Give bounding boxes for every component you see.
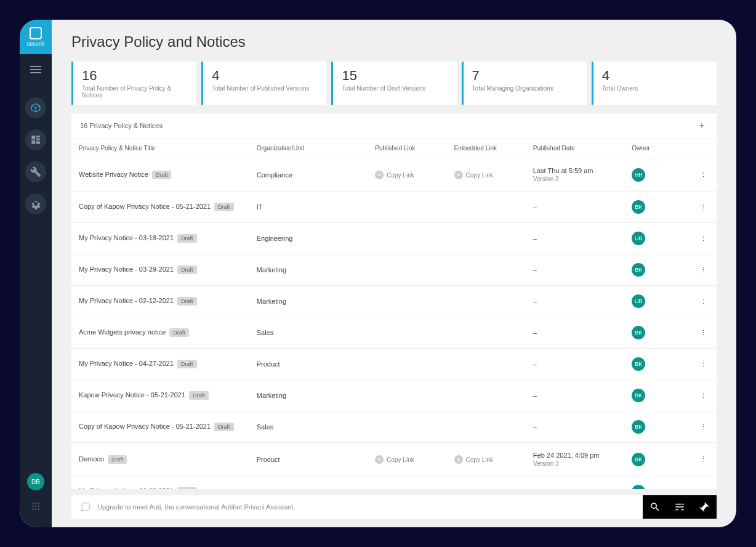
row-actions-menu[interactable]: ⋮ bbox=[690, 476, 717, 490]
table-row[interactable]: Website Privacy NoticeDraftCompliance⊘Co… bbox=[71, 158, 717, 192]
org-cell: Marketing bbox=[249, 380, 368, 411]
search-button[interactable] bbox=[643, 495, 667, 519]
policy-title: My Privacy Notice - 02-12-2021 bbox=[79, 297, 174, 304]
nav-item-dashboard[interactable] bbox=[25, 97, 46, 118]
stat-value: 4 bbox=[602, 68, 708, 84]
table-row[interactable]: My Privacy Notice - 04-27-2021DraftProdu… bbox=[71, 349, 717, 380]
page-title: Privacy Policy and Notices bbox=[71, 33, 717, 51]
table-row[interactable]: My Privacy Notice - 03-18-2021DraftEngin… bbox=[71, 223, 717, 254]
owner-avatar[interactable]: BK bbox=[632, 200, 645, 214]
policy-title: Kapow Privacy Notice - 05-21-2021 bbox=[79, 391, 185, 399]
stat-card[interactable]: 4Total Number of Published Versions bbox=[201, 62, 326, 105]
table-row[interactable]: Acme Widgets privacy noticeDraftSales–BK… bbox=[71, 317, 717, 349]
cube-icon bbox=[30, 102, 41, 113]
policies-table-container: 16 Privacy Policy & Notices + Privacy Po… bbox=[71, 113, 717, 489]
nav-item-tools[interactable] bbox=[25, 161, 46, 182]
owner-avatar[interactable]: BK bbox=[632, 389, 645, 402]
table-row[interactable]: Copy of Kapow Privacy Notice - 05-21-202… bbox=[71, 192, 717, 223]
brand-name: securiti bbox=[27, 41, 45, 47]
org-cell: Marketing bbox=[249, 254, 368, 286]
policy-title: Copy of Kapow Privacy Notice - 05-21-202… bbox=[79, 203, 211, 210]
add-policy-button[interactable]: + bbox=[696, 120, 708, 132]
org-cell: IT bbox=[249, 192, 368, 223]
stat-card[interactable]: 16Total Number of Privacy Policy & Notic… bbox=[71, 62, 196, 105]
draft-badge: Draft bbox=[177, 360, 197, 368]
draft-badge: Draft bbox=[214, 423, 234, 431]
svg-point-0 bbox=[32, 503, 34, 504]
copy-link-button[interactable]: ⊘Copy Link bbox=[375, 171, 414, 179]
table-row[interactable]: My Privacy Notice - 02-12-2021DraftMarke… bbox=[71, 286, 717, 317]
hammer-icon bbox=[699, 501, 710, 513]
gear-icon bbox=[30, 198, 41, 209]
row-actions-menu[interactable]: ⋮ bbox=[690, 223, 717, 254]
org-cell: Compliance bbox=[249, 158, 368, 192]
table-title: 16 Privacy Policy & Notices bbox=[80, 122, 163, 129]
svg-point-1 bbox=[35, 503, 37, 504]
sliders-icon bbox=[674, 501, 685, 513]
col-header-embedded-link[interactable]: Embedded Link bbox=[447, 139, 526, 158]
copy-link-button[interactable]: ⊘Copy Link bbox=[454, 171, 493, 179]
row-actions-menu[interactable]: ⋮ bbox=[690, 380, 717, 411]
col-header-org[interactable]: Organization/Unit bbox=[249, 139, 368, 158]
brand-logo[interactable]: securiti bbox=[20, 20, 52, 54]
stat-card[interactable]: 4Total Owners bbox=[592, 62, 717, 105]
row-actions-menu[interactable]: ⋮ bbox=[690, 192, 717, 223]
owner-avatar[interactable]: BK bbox=[632, 453, 645, 466]
table-row[interactable]: My Privacy Notice - 03-29-2021DraftMarke… bbox=[71, 254, 717, 286]
table-row[interactable]: Kapow Privacy Notice - 05-21-2021DraftMa… bbox=[71, 380, 717, 411]
copy-link-button[interactable]: ⊘Copy Link bbox=[375, 455, 414, 464]
row-actions-menu[interactable]: ⋮ bbox=[690, 443, 717, 476]
stat-label: Total Owners bbox=[602, 85, 708, 92]
draft-badge: Draft bbox=[189, 391, 209, 400]
hamburger-menu-icon[interactable] bbox=[30, 64, 41, 75]
table-row[interactable]: DemocoDraftProduct⊘Copy Link⊘Copy LinkFe… bbox=[71, 443, 717, 476]
filter-button[interactable] bbox=[667, 495, 692, 519]
published-date: – bbox=[526, 223, 624, 254]
copy-link-button[interactable]: ⊘Copy Link bbox=[454, 455, 493, 464]
owner-avatar[interactable]: UB bbox=[632, 232, 645, 245]
copy-link-label: Copy Link bbox=[466, 172, 493, 179]
grid-icon bbox=[31, 501, 41, 511]
apps-menu-icon[interactable] bbox=[27, 498, 44, 515]
row-actions-menu[interactable]: ⋮ bbox=[690, 254, 717, 286]
owner-avatar[interactable]: BK bbox=[632, 263, 645, 277]
svg-point-7 bbox=[35, 508, 37, 510]
row-actions-menu[interactable]: ⋮ bbox=[690, 158, 717, 192]
policy-title: My Privacy Notice - 03-18-2021 bbox=[79, 234, 174, 241]
stat-card[interactable]: 7Total Managing Organizations bbox=[462, 62, 587, 105]
table-row[interactable]: My Privacy Notice - 06-03-2021DraftCompl… bbox=[71, 476, 717, 490]
stat-label: Total Number of Privacy Policy & Notices bbox=[82, 85, 188, 99]
row-actions-menu[interactable]: ⋮ bbox=[690, 286, 717, 317]
nav-item-data[interactable] bbox=[25, 129, 46, 150]
owner-avatar[interactable]: HH bbox=[632, 168, 645, 182]
copy-link-label: Copy Link bbox=[387, 456, 414, 463]
draft-badge: Draft bbox=[152, 171, 172, 179]
page-header: Privacy Policy and Notices bbox=[52, 20, 736, 62]
table-row[interactable]: Copy of Kapow Privacy Notice - 05-21-202… bbox=[71, 411, 717, 443]
owner-avatar[interactable]: UB bbox=[632, 294, 645, 308]
row-actions-menu[interactable]: ⋮ bbox=[690, 317, 717, 349]
svg-point-6 bbox=[32, 508, 34, 510]
draft-badge: Draft bbox=[214, 203, 234, 211]
stat-card[interactable]: 15Total Number of Draft Versions bbox=[331, 62, 456, 105]
draft-badge: Draft bbox=[108, 455, 127, 464]
col-header-owner[interactable]: Owner bbox=[624, 139, 690, 158]
row-actions-menu[interactable]: ⋮ bbox=[690, 411, 717, 443]
col-header-published-date[interactable]: Published Date bbox=[526, 139, 624, 158]
org-cell: Engineering bbox=[249, 223, 368, 254]
owner-avatar[interactable]: BK bbox=[632, 357, 645, 371]
col-header-published-link[interactable]: Published Link bbox=[368, 139, 446, 158]
owner-avatar[interactable]: BK bbox=[632, 420, 645, 434]
org-cell: Marketing bbox=[249, 286, 368, 317]
chat-prompt-text: Upgrade to meet Auti, the conversational… bbox=[97, 503, 296, 511]
org-cell: Sales bbox=[249, 411, 368, 443]
chat-prompt[interactable]: Upgrade to meet Auti, the conversational… bbox=[71, 495, 643, 519]
col-header-title[interactable]: Privacy Policy & Notice Title bbox=[71, 139, 249, 158]
user-avatar[interactable]: DB bbox=[27, 473, 44, 490]
row-actions-menu[interactable]: ⋮ bbox=[690, 349, 717, 380]
owner-avatar[interactable]: FQ bbox=[632, 485, 645, 489]
nav-item-settings[interactable] bbox=[25, 193, 46, 214]
draft-badge: Draft bbox=[177, 234, 197, 243]
build-button[interactable] bbox=[692, 495, 717, 519]
owner-avatar[interactable]: BK bbox=[632, 326, 645, 339]
